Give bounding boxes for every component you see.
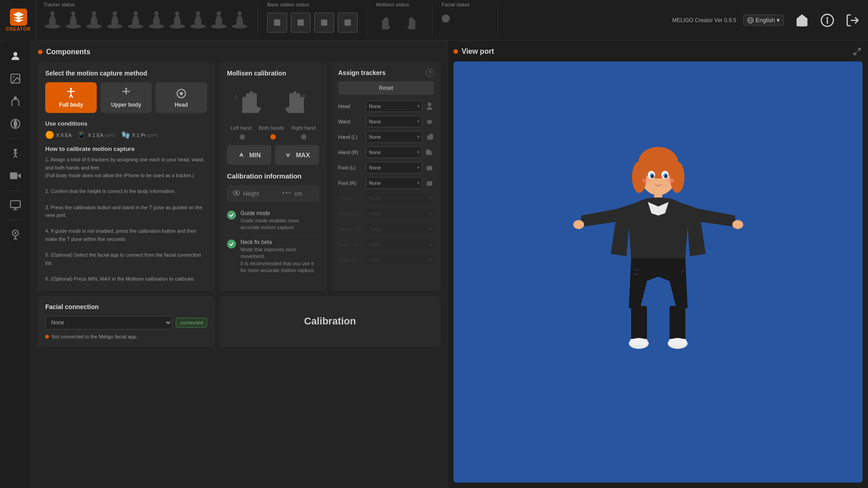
height-value: *** [282,190,292,197]
min-button[interactable]: MIN [227,145,271,165]
expand-icon[interactable] [852,46,863,57]
eye-icon [232,189,241,198]
reset-button[interactable]: Reset [338,81,434,95]
label-left-hand: Left hand [231,125,251,131]
tracker-select-hand-l[interactable]: None [366,131,422,143]
sidebar-item-person[interactable] [5,143,25,163]
sidebar-item-effects[interactable] [5,114,25,134]
condition-trackers-text: X 6 EA [56,132,71,138]
not-connected-dot [45,335,49,338]
sidebar-item-character[interactable] [5,91,25,111]
svg-point-7 [113,11,117,16]
tracker-status-label: Tracker status [43,2,249,7]
exit-button[interactable] [842,9,863,31]
use-conditions-title: Use conditions [45,120,207,127]
waist-tracker-icon [425,117,434,126]
base-station-section: Base station status [264,0,361,40]
tracker-select-waist[interactable]: None [366,116,422,127]
sidebar-item-settings-desktop[interactable] [5,195,25,215]
base-icon-3 [314,13,334,33]
assign-header: Assign trackers ? [338,69,434,77]
tracker-select-hand-l-wrap: None ▼ [366,131,422,143]
home-button[interactable] [791,9,813,31]
svg-rect-88 [630,339,647,345]
tracker-select-chest[interactable]: None [366,192,434,204]
method-full-body[interactable]: Full body [45,82,97,113]
condition-glove: 🧤 X 1 Pr (OPT) [121,131,159,139]
sidebar-divider-3 [8,220,23,220]
tracker-select-head[interactable]: None [366,100,422,112]
svg-point-75 [651,175,654,178]
svg-rect-41 [10,172,17,179]
dot-left [240,134,245,140]
neck-fix-label: Neck fix beta [241,239,319,245]
tracker-select-foot-l[interactable]: None [366,162,422,174]
facial-select[interactable]: None [45,316,172,329]
method-head[interactable]: Head [156,82,207,113]
language-selector[interactable]: English ▾ [743,14,784,26]
guide-mode-content: Guide mode Guide mode enables more accur… [241,210,319,231]
logo-text: CREATOR [6,27,31,32]
sidebar-item-user[interactable] [5,46,25,66]
left-hand-status-icon [376,13,396,34]
svg-rect-90 [669,339,686,345]
calibration-card: Calibration [220,296,440,347]
sidebar-item-gallery[interactable] [5,69,25,89]
tracker-select-elbow-l[interactable]: None [366,208,434,220]
tracker-select-foot-l-wrap: None ▼ [366,162,422,174]
divider-4 [498,5,498,36]
svg-point-31 [13,52,17,56]
dot-right [301,134,307,140]
height-unit: cm [294,190,302,197]
tracker-row-foot-l: Foot (L) None ▼ [338,162,434,174]
assign-title: Assign trackers [338,69,386,76]
divider-1 [258,5,258,36]
hand-icons-row [376,13,423,34]
sidebar-item-camera[interactable] [5,166,25,186]
calib-buttons: MIN MAX [227,145,319,165]
method-upper-body[interactable]: Upper body [100,82,152,113]
viewport-header: View port [453,46,863,57]
tracker-select-knee-l[interactable]: None [366,239,434,250]
tracker-select-knee-r[interactable]: None [366,254,434,266]
tracker-row-head: Head None ▼ [338,100,434,112]
condition-phone-text: X 1 EA (OPT) [88,132,116,138]
tracker-select-elbow-r[interactable]: None [366,223,434,235]
svg-point-1 [50,11,55,16]
svg-point-19 [237,11,242,16]
svg-point-58 [180,92,183,95]
condition-trackers: 🟠 X 6 EA [45,131,71,139]
assign-info-icon[interactable]: ? [426,69,434,77]
tracker-icon-7 [168,10,186,29]
foot-l-tracker-icon [425,163,434,172]
not-connected-row: Not connected to the Meligo facial app. [45,334,207,339]
guide-mode-row: Guide mode Guide mode enables more accur… [227,206,319,235]
viewport-title-row: View port [453,47,494,56]
tracker-select-head-wrap: None ▼ [366,100,422,112]
guide-mode-desc: Guide mode enables more accurate motion … [241,217,319,231]
facial-select-row: None connected [45,316,207,329]
viewport-canvas [453,61,863,483]
components-title: Components [46,48,90,56]
svg-point-5 [92,11,96,16]
svg-point-64 [428,103,431,106]
max-button[interactable]: MAX [275,145,319,165]
tracker-row-hand-l: Hand (L) None ▼ [338,131,434,143]
tracker-select-waist-wrap: None ▼ [366,116,422,127]
facial-status-section: Facial status [438,0,492,40]
tracker-select-hand-r[interactable]: None [366,146,422,158]
svg-text:L: L [235,94,238,99]
svg-point-17 [217,11,221,16]
info-button[interactable] [816,9,838,31]
sidebar-item-joystick[interactable] [5,225,25,244]
tracker-row-elbow-l: Elbow (L) None ▼ [338,208,434,220]
facial-status-circle [442,14,450,23]
tracker-select-foot-r[interactable]: None [366,177,422,189]
guide-mode-label: Guide mode [241,210,319,216]
tracker-icon-9 [210,10,228,29]
cards-row-top: Select the motion capture method Full bo… [38,62,440,291]
tracker-row-knee-r: Knee (R) None ▼ [338,254,434,266]
head-tracker-icon [425,102,434,111]
tracker-row-hand-r: Hand (R) None ▼ [338,146,434,158]
calibration-title: Calibration [304,315,356,327]
